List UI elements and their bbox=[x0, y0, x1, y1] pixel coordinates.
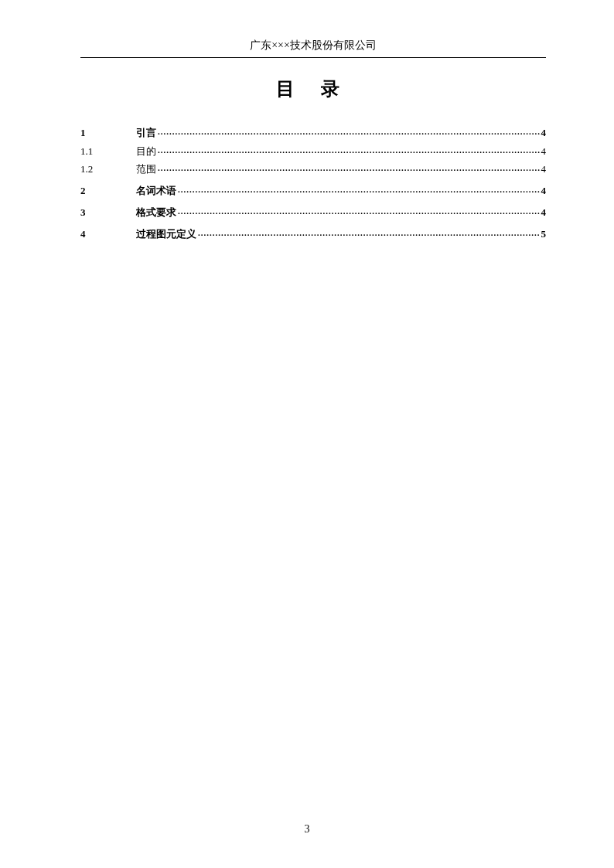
toc-page: 4 bbox=[541, 206, 547, 219]
toc-page: 4 bbox=[541, 127, 547, 139]
toc-label: 名词术语 bbox=[136, 184, 176, 198]
toc-number: 1 bbox=[80, 127, 136, 139]
toc-page: 4 bbox=[541, 163, 547, 175]
toc-entry: 1 引言 4 bbox=[80, 126, 546, 140]
toc-label: 范围 bbox=[136, 162, 156, 176]
toc-label: 引言 bbox=[136, 126, 156, 140]
toc-title: 目 录 bbox=[80, 77, 546, 101]
page-header: 广东×××技术股份有限公司 bbox=[80, 39, 546, 58]
toc-entry: 2 名词术语 4 bbox=[80, 184, 546, 198]
toc-label: 格式要求 bbox=[136, 206, 176, 220]
toc-leader bbox=[158, 126, 540, 136]
toc-entry: 4 过程图元定义 5 bbox=[80, 227, 546, 241]
toc-number: 4 bbox=[80, 228, 136, 240]
toc-label: 目的 bbox=[136, 145, 156, 158]
toc-page: 5 bbox=[541, 228, 547, 240]
toc-entry: 3 格式要求 4 bbox=[80, 206, 546, 220]
toc-number: 1.1 bbox=[80, 145, 136, 158]
toc-leader bbox=[158, 162, 540, 172]
company-name: 广东×××技术股份有限公司 bbox=[250, 39, 377, 51]
toc-number: 1.2 bbox=[80, 163, 136, 175]
toc-number: 3 bbox=[80, 206, 136, 219]
page-number: 3 bbox=[0, 823, 614, 836]
toc-number: 2 bbox=[80, 185, 136, 197]
toc-entry: 1.2 范围 4 bbox=[80, 162, 546, 176]
toc-leader bbox=[178, 184, 540, 194]
toc-page: 4 bbox=[541, 145, 547, 158]
toc-leader bbox=[178, 206, 540, 216]
toc-leader bbox=[198, 227, 540, 237]
toc-entry: 1.1 目的 4 bbox=[80, 145, 546, 158]
toc-label: 过程图元定义 bbox=[136, 227, 196, 241]
toc-page: 4 bbox=[541, 185, 547, 197]
toc-leader bbox=[158, 145, 540, 155]
